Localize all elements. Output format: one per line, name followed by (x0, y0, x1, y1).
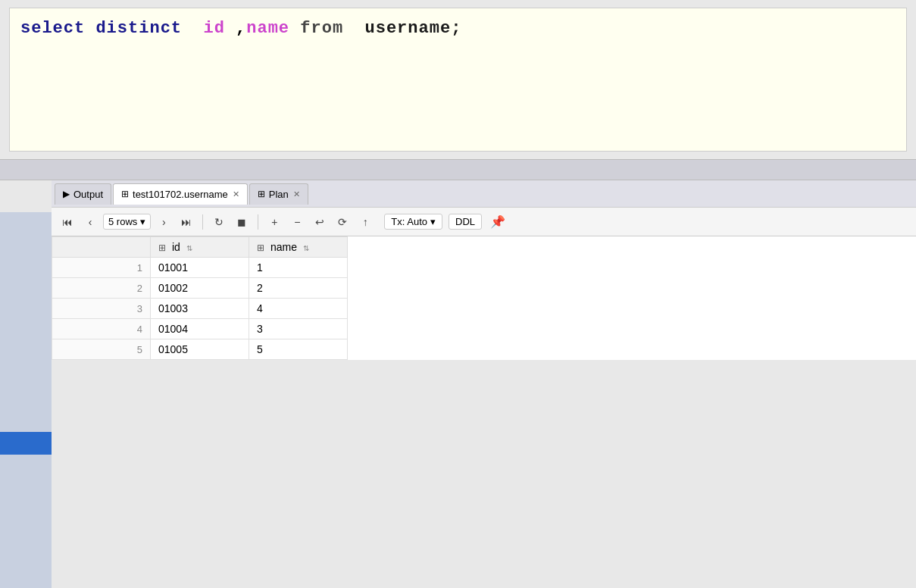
plan-tab-icon: ⊞ (258, 189, 265, 199)
copy-button[interactable]: ⟳ (333, 212, 352, 232)
panel-divider (0, 159, 916, 180)
name-col-label: name (270, 241, 297, 253)
sql-table-name: username (365, 19, 452, 38)
rows-count-label: 5 rows (108, 216, 137, 227)
tab-username[interactable]: ⊞ test101702.username ✕ (113, 183, 248, 205)
table-row[interactable]: 2010022 (52, 278, 348, 299)
row-number-cell: 2 (52, 278, 151, 299)
refresh-button[interactable]: ↻ (209, 212, 229, 232)
id-cell: 01003 (151, 299, 249, 319)
tab-plan-close[interactable]: ✕ (293, 189, 300, 199)
tab-username-label: test101702.username (133, 189, 228, 200)
name-sort-icon[interactable]: ⇅ (303, 244, 309, 252)
output-tab-icon: ▶ (63, 189, 70, 199)
id-sort-icon[interactable]: ⇅ (186, 244, 192, 252)
row-number-header (52, 237, 151, 258)
tab-plan-label: Plan (269, 189, 289, 200)
name-cell: 4 (249, 299, 348, 319)
sql-editor[interactable]: select distinct id ,name from username; (9, 8, 907, 152)
id-cell: 01004 (151, 319, 249, 339)
add-row-button[interactable]: + (264, 212, 284, 232)
name-cell: 3 (249, 319, 348, 339)
first-row-button[interactable]: ⏮ (58, 212, 77, 232)
table-row[interactable]: 4010043 (52, 319, 348, 339)
stop-button[interactable]: ◼ (232, 212, 252, 232)
sql-select-keyword: select distinct (20, 19, 182, 38)
tab-plan[interactable]: ⊞ Plan ✕ (249, 183, 308, 205)
name-cell: 2 (249, 278, 348, 299)
tx-dropdown-icon: ▾ (430, 216, 436, 227)
rows-selector[interactable]: 5 rows ▾ (103, 214, 151, 230)
sql-from-keyword: from (300, 19, 343, 38)
row-number-cell: 5 (52, 339, 151, 360)
id-column-header[interactable]: ⊞ id ⇅ (151, 237, 249, 258)
tabs-bar: ▶ Output ⊞ test101702.username ✕ ⊞ Plan … (52, 180, 916, 208)
result-table: ⊞ id ⇅ ⊞ name ⇅ 101001120100223010034401… (52, 236, 348, 360)
sql-semicolon: ; (451, 19, 461, 38)
pin-button[interactable]: 📌 (488, 212, 508, 232)
id-cell: 01001 (151, 258, 249, 278)
result-toolbar: ⏮ ‹ 5 rows ▾ › ⏭ ↻ ◼ + − ↩ ⟳ ↑ Tx: Auto … (52, 208, 916, 236)
id-cell: 01002 (151, 278, 249, 299)
tab-output-label: Output (73, 189, 103, 200)
table-body: 10100112010022301003440100435010055 (52, 258, 348, 360)
table-row[interactable]: 1010011 (52, 258, 348, 278)
tab-output[interactable]: ▶ Output (55, 183, 111, 205)
name-col-icon: ⊞ (257, 242, 264, 253)
tab-username-close[interactable]: ✕ (233, 189, 239, 199)
undo-button[interactable]: ↩ (310, 212, 330, 232)
rows-dropdown-icon: ▾ (140, 216, 145, 227)
row-number-cell: 4 (52, 319, 151, 339)
id-col-label: id (172, 241, 180, 253)
last-row-button[interactable]: ⏭ (177, 212, 196, 232)
sidebar-blue-accent (0, 432, 52, 455)
ddl-button[interactable]: DDL (449, 214, 482, 230)
prev-row-button[interactable]: ‹ (80, 212, 100, 232)
row-number-cell: 1 (52, 258, 151, 278)
table-header-row: ⊞ id ⇅ ⊞ name ⇅ (52, 237, 348, 258)
name-cell: 1 (249, 258, 348, 278)
name-cell: 5 (249, 339, 348, 360)
table-row[interactable]: 5010055 (52, 339, 348, 360)
sql-name-column: name (246, 19, 289, 38)
separator-2 (258, 214, 258, 230)
left-sidebar (0, 212, 52, 588)
name-column-header[interactable]: ⊞ name ⇅ (249, 237, 348, 258)
row-number-cell: 3 (52, 299, 151, 319)
next-row-button[interactable]: › (154, 212, 174, 232)
id-col-icon: ⊞ (158, 242, 166, 253)
tx-label: Tx: Auto (391, 216, 427, 227)
remove-row-button[interactable]: − (287, 212, 307, 232)
id-cell: 01005 (151, 339, 249, 360)
bottom-panel: ▶ Output ⊞ test101702.username ✕ ⊞ Plan … (52, 180, 916, 360)
username-tab-icon: ⊞ (121, 189, 129, 199)
up-button[interactable]: ↑ (355, 212, 375, 232)
separator-1 (202, 214, 203, 230)
sql-id-column: id (203, 19, 224, 38)
data-table-container: ⊞ id ⇅ ⊞ name ⇅ 101001120100223010034401… (52, 236, 916, 360)
table-row[interactable]: 3010034 (52, 299, 348, 319)
tx-dropdown[interactable]: Tx: Auto ▾ (384, 214, 442, 230)
